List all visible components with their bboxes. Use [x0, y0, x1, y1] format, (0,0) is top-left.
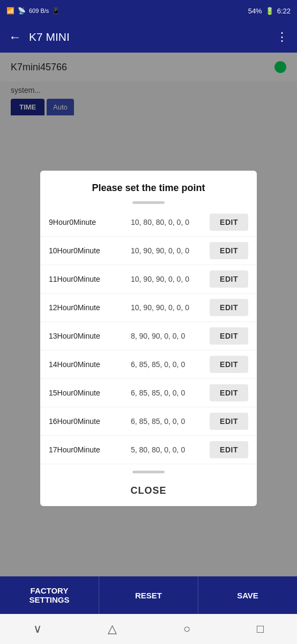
time-row: 16Hour0Minute6, 85, 85, 0, 0, 0EDIT: [40, 407, 257, 436]
time-display: 6:22: [277, 7, 291, 15]
time-row-values: 8, 90, 90, 0, 0, 0: [128, 332, 210, 340]
edit-button-6[interactable]: EDIT: [210, 384, 248, 401]
back-button[interactable]: ←: [9, 30, 21, 45]
phone-icon: 📱: [52, 7, 60, 14]
bottom-bar: FACTORYSETTINGS RESET SAVE: [0, 576, 297, 614]
time-row-values: 10, 90, 90, 0, 0, 0: [128, 275, 210, 283]
scroll-indicator-bottom: [132, 471, 165, 473]
page-title: K7 MINI: [29, 31, 269, 43]
time-row: 9Hour0Minute10, 80, 80, 0, 0, 0EDIT: [40, 208, 257, 237]
time-row: 11Hour0Minute10, 90, 90, 0, 0, 0EDIT: [40, 265, 257, 294]
battery-level: 54%: [248, 7, 262, 15]
edit-button-0[interactable]: EDIT: [210, 214, 248, 231]
time-row-values: 5, 80, 80, 0, 0, 0: [128, 445, 210, 454]
time-row-label: 9Hour0Minute: [49, 218, 128, 226]
time-row-values: 6, 85, 85, 0, 0, 0: [128, 389, 210, 397]
time-row: 17Hour0Minute5, 80, 80, 0, 0, 0EDIT: [40, 436, 257, 464]
time-row-values: 10, 90, 90, 0, 0, 0: [128, 246, 210, 255]
time-row: 15Hour0Minute6, 85, 85, 0, 0, 0EDIT: [40, 379, 257, 407]
edit-button-5[interactable]: EDIT: [210, 356, 248, 373]
time-row-label: 11Hour0Minute: [49, 275, 128, 283]
nav-bar: ∨ △ ○ □: [0, 614, 297, 644]
factory-settings-button[interactable]: FACTORYSETTINGS: [0, 576, 99, 614]
time-row: 12Hour0Minute10, 90, 90, 0, 0, 0EDIT: [40, 294, 257, 322]
reset-button[interactable]: RESET: [99, 576, 198, 614]
edit-button-2[interactable]: EDIT: [210, 270, 248, 288]
save-button[interactable]: SAVE: [198, 576, 297, 614]
close-button-label: CLOSE: [130, 485, 166, 496]
edit-button-7[interactable]: EDIT: [210, 413, 248, 430]
time-row-label: 15Hour0Minute: [49, 389, 128, 397]
status-bar: 📶 📡 609 B/s 📱 54% 🔋 6:22: [0, 0, 297, 21]
edit-button-4[interactable]: EDIT: [210, 327, 248, 345]
time-row-values: 10, 90, 90, 0, 0, 0: [128, 303, 210, 312]
time-row-label: 14Hour0Minute: [49, 360, 128, 369]
time-row-label: 12Hour0Minute: [49, 303, 128, 312]
chevron-down-icon[interactable]: ∨: [33, 622, 42, 636]
top-bar: ← K7 MINI ⋮: [0, 21, 297, 53]
wifi-icon: 📡: [18, 7, 26, 14]
status-left: 📶 📡 609 B/s 📱: [6, 7, 60, 14]
time-row-label: 10Hour0Minute: [49, 246, 128, 255]
time-row: 14Hour0Minute6, 85, 85, 0, 0, 0EDIT: [40, 350, 257, 379]
main-content: K7mini45766 system... TIME Auto Please s…: [0, 53, 297, 576]
time-row-label: 13Hour0Minute: [49, 332, 128, 340]
home-nav-icon[interactable]: ○: [183, 622, 190, 636]
time-row-values: 6, 85, 85, 0, 0, 0: [128, 417, 210, 426]
time-row-label: 16Hour0Minute: [49, 417, 128, 426]
menu-button[interactable]: ⋮: [276, 30, 288, 44]
time-point-dialog: Please set the time point 9Hour0Minute10…: [40, 171, 257, 506]
back-nav-icon[interactable]: △: [108, 622, 117, 636]
close-button[interactable]: CLOSE: [40, 475, 257, 506]
time-row: 13Hour0Minute8, 90, 90, 0, 0, 0EDIT: [40, 322, 257, 350]
dialog-title: Please set the time point: [40, 171, 257, 201]
time-row: 10Hour0Minute10, 90, 90, 0, 0, 0EDIT: [40, 237, 257, 265]
battery-icon: 🔋: [265, 7, 274, 15]
scroll-indicator-top: [132, 201, 165, 204]
signal-icon: 📶: [6, 7, 14, 14]
edit-button-8[interactable]: EDIT: [210, 441, 248, 458]
recents-nav-icon[interactable]: □: [257, 622, 264, 636]
dialog-scroll-area[interactable]: 9Hour0Minute10, 80, 80, 0, 0, 0EDIT10Hou…: [40, 208, 257, 466]
data-speed: 609 B/s: [29, 8, 49, 14]
time-row-values: 6, 85, 85, 0, 0, 0: [128, 360, 210, 369]
status-right: 54% 🔋 6:22: [248, 7, 291, 15]
time-row-label: 17Hour0Minute: [49, 445, 128, 454]
edit-button-3[interactable]: EDIT: [210, 299, 248, 316]
edit-button-1[interactable]: EDIT: [210, 242, 248, 259]
time-row-values: 10, 80, 80, 0, 0, 0: [128, 218, 210, 226]
